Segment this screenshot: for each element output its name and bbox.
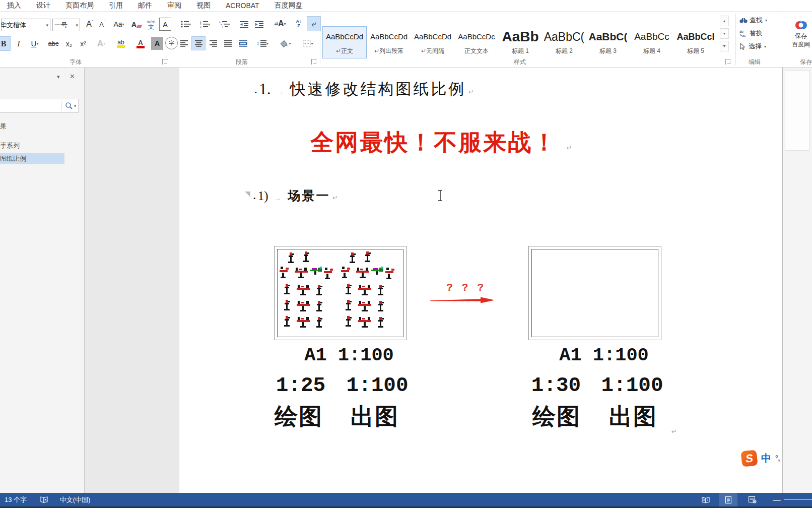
nav-search-box[interactable]: ▾ — [0, 99, 79, 113]
baidu-netdisk-icon — [794, 19, 807, 32]
nav-item-partial[interactable]: 果 — [0, 122, 7, 131]
show-hide-marks-button[interactable]: ⤶ — [307, 17, 320, 31]
proofing-status-button[interactable] — [37, 493, 50, 506]
print-layout-button[interactable] — [719, 493, 737, 506]
sort-button[interactable]: A↓Z — [292, 17, 305, 31]
character-border-button[interactable]: A — [159, 18, 171, 31]
style-item-heading3[interactable]: AaBbC( 标题 3 — [586, 27, 630, 58]
nav-item-series[interactable]: 手系列 — [0, 141, 20, 150]
shading-button[interactable]: ▾ — [276, 37, 295, 50]
cad-figure-left[interactable] — [274, 246, 407, 340]
multilevel-list-button[interactable]: 1ai ▾ — [216, 18, 234, 31]
ime-mode-chinese[interactable]: 中 — [761, 452, 771, 465]
grow-font-button[interactable]: Aˆ — [84, 18, 96, 31]
italic-button[interactable]: I — [13, 37, 24, 50]
change-case-button[interactable]: Aa▾ — [111, 18, 127, 31]
read-mode-button[interactable] — [698, 493, 714, 506]
enclose-characters-button[interactable]: 字 — [165, 37, 178, 49]
style-item-heading2[interactable]: AaBbC( 标题 2 — [543, 27, 586, 58]
sogou-logo-icon[interactable]: S — [740, 450, 758, 467]
search-input[interactable] — [0, 100, 61, 112]
align-left-button[interactable] — [177, 37, 190, 50]
increase-indent-button[interactable] — [252, 18, 266, 31]
vertical-scrollbar[interactable] — [782, 68, 812, 493]
font-name-combobox[interactable]: 华文楷体 ▾ — [1, 19, 50, 31]
style-item-normal[interactable]: AaBbCcDd ↵正文 — [323, 27, 366, 58]
left-sheet-scale: A1 1:100 — [304, 345, 394, 366]
tab-references[interactable]: 引用 — [109, 1, 123, 10]
decrease-indent-button[interactable] — [237, 18, 251, 31]
styles-scroll-down-button[interactable]: ▼ — [720, 28, 729, 39]
chevron-down-icon[interactable]: ▾ — [74, 23, 78, 28]
line-spacing-button[interactable]: ↕ ▾ — [253, 37, 272, 50]
ime-punctuation-toggle[interactable]: °, — [775, 454, 780, 462]
style-item-no-spacing[interactable]: AaBbCcDd ↵无间隔 — [411, 27, 454, 58]
font-color-button[interactable]: A — [132, 37, 149, 50]
clear-formatting-button[interactable]: A — [130, 18, 143, 31]
borders-button[interactable]: ▾ — [298, 37, 318, 50]
chevron-down-icon: ▾ — [311, 41, 313, 46]
nav-pane-options-chevron[interactable]: ▾ — [57, 74, 60, 80]
nav-item-drawing-scale[interactable]: 图纸比例 — [0, 153, 64, 164]
justify-button[interactable] — [221, 37, 234, 50]
grow-font-glyph: A — [86, 20, 92, 29]
font-size-combobox[interactable]: 一号 ▾ — [52, 19, 80, 31]
style-item-list-paragraph[interactable]: AaBbCcDd ↵列出段落 — [367, 27, 411, 58]
phonetic-guide-button[interactable]: wén 文 — [145, 17, 157, 32]
style-item-heading4[interactable]: AaBbCc 标题 4 — [630, 27, 673, 58]
style-item-heading5[interactable]: AaBbCcl 标题 5 — [674, 27, 717, 58]
tab-review[interactable]: 审阅 — [167, 1, 181, 10]
zoom-slider-track[interactable] — [784, 499, 812, 500]
bold-button[interactable]: B — [0, 37, 10, 50]
align-right-button[interactable] — [207, 37, 220, 50]
align-center-button[interactable] — [192, 37, 205, 50]
collapse-triangle-icon[interactable] — [245, 192, 250, 197]
numbered-list-button[interactable]: 123 ▾ — [196, 18, 214, 31]
subscript-button[interactable]: x₂ — [62, 37, 76, 50]
styles-scroll-up-button[interactable]: ▲ — [720, 16, 729, 26]
paragraph-dialog-launcher-icon[interactable] — [311, 59, 317, 65]
language-button[interactable]: 中文(中国) — [52, 493, 98, 506]
tab-acrobat[interactable]: ACROBAT — [226, 2, 259, 10]
tab-page-layout[interactable]: 页面布局 — [65, 1, 94, 10]
font-dialog-launcher-icon[interactable] — [162, 59, 168, 65]
tab-mailings[interactable]: 邮件 — [138, 1, 152, 10]
styles-dialog-launcher-icon[interactable] — [725, 59, 731, 65]
underline-button[interactable]: U▾ — [26, 37, 43, 50]
tab-view[interactable]: 视图 — [196, 1, 211, 10]
zoom-out-button[interactable]: — — [771, 493, 783, 506]
styles-gallery-more-button[interactable]: ▼ — [720, 41, 729, 51]
search-options-chevron[interactable]: ▾ — [74, 104, 76, 108]
strikethrough-button[interactable]: abc — [45, 37, 61, 50]
word-count-button[interactable]: 13 个字 — [0, 493, 33, 506]
shrink-font-button[interactable]: Aˇ — [97, 18, 108, 31]
tab-insert[interactable]: 插入 — [7, 1, 21, 10]
distribute-button[interactable] — [236, 37, 250, 50]
scrollbar-thumb[interactable] — [785, 70, 810, 151]
search-icon[interactable] — [65, 102, 73, 110]
chevron-down-icon[interactable]: ▾ — [44, 23, 48, 28]
select-button[interactable]: 选择 ▾ — [739, 41, 777, 52]
text-effects-button[interactable]: A▾ — [94, 37, 109, 50]
superscript-button[interactable]: x² — [77, 37, 90, 50]
document-canvas: ▪ 1. → 快速修改结构图纸比例 ↵ 全网最快！不服来战！ ↵ ▪ 1) → … — [85, 68, 782, 493]
replace-button[interactable]: abac 替换 — [739, 28, 777, 39]
character-shading-button[interactable]: A — [151, 37, 163, 50]
asian-layout-button[interactable]: ⇄A▾ — [270, 17, 290, 31]
tab-baidu-netdisk[interactable]: 百度网盘 — [275, 1, 303, 10]
chevron-down-icon: ▾ — [289, 41, 291, 46]
style-item-heading1[interactable]: AaBb 标题 1 — [499, 27, 542, 58]
document-page[interactable]: ▪ 1. → 快速修改结构图纸比例 ↵ 全网最快！不服来战！ ↵ ▪ 1) → … — [179, 68, 782, 493]
bullet-list-button[interactable]: ▾ — [177, 18, 194, 31]
save-to-baidu-netdisk-button[interactable]: 保存 百度网 — [786, 15, 812, 53]
read-mode-icon — [701, 496, 710, 503]
highlight-color-button[interactable]: ab — [112, 37, 130, 50]
web-layout-button[interactable] — [744, 493, 760, 506]
bullet-list-icon — [181, 21, 189, 28]
close-icon[interactable]: ✕ — [70, 73, 75, 80]
find-button[interactable]: 查找 ▾ — [739, 15, 777, 26]
cad-figure-right[interactable] — [528, 246, 661, 340]
style-name: ↵正文 — [323, 47, 366, 55]
tab-design[interactable]: 设计 — [36, 1, 50, 10]
style-item-body-text[interactable]: AaBbCcDc 正文文本 — [455, 27, 498, 58]
